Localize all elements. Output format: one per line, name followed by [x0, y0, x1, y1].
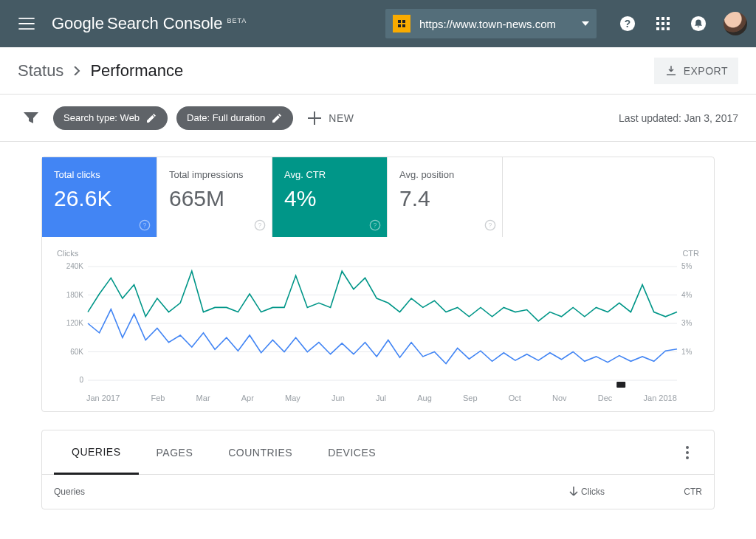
svg-point-42 — [686, 456, 689, 459]
svg-rect-12 — [667, 22, 670, 25]
chip-date-label: Date: Full duration — [187, 112, 265, 123]
filter-icon[interactable] — [18, 105, 44, 131]
property-url: https://www.town-news.com — [419, 18, 573, 30]
logo-product: Search Console — [107, 14, 223, 33]
add-filter-button[interactable]: NEW — [308, 111, 354, 125]
help-icon[interactable]: ? — [484, 219, 496, 231]
svg-text:0: 0 — [79, 376, 83, 384]
svg-text:?: ? — [489, 222, 492, 229]
svg-rect-3 — [398, 24, 401, 27]
breadcrumb-bar: Status Performance EXPORT — [0, 47, 756, 95]
chart-x-tick: Apr — [241, 394, 254, 402]
chart-x-tick: Mar — [196, 394, 210, 402]
tab-devices[interactable]: DEVICES — [310, 430, 394, 474]
logo-google: Google — [52, 14, 104, 33]
metric-value: 665M — [169, 186, 260, 211]
chart-x-tick: Sep — [463, 394, 478, 402]
metric-label: Total clicks — [54, 169, 145, 180]
top-app-bar: Google Search Console BETA https://www.t… — [0, 0, 756, 47]
edit-icon — [145, 112, 157, 124]
metric-value: 7.4 — [399, 186, 490, 211]
download-icon — [664, 64, 678, 78]
notifications-icon[interactable] — [684, 9, 713, 38]
column-queries[interactable]: Queries — [54, 487, 569, 497]
chevron-right-icon — [72, 66, 81, 75]
chart-x-tick: Oct — [509, 394, 521, 402]
tabs: QUERIES PAGES COUNTRIES DEVICES — [42, 430, 714, 475]
edit-icon — [271, 112, 283, 124]
help-icon[interactable]: ? — [254, 219, 266, 231]
more-icon[interactable] — [673, 446, 702, 459]
svg-text:?: ? — [258, 222, 262, 229]
chip-search-type[interactable]: Search type: Web — [53, 106, 168, 130]
chart-x-tick: Dec — [598, 394, 613, 402]
chart-x-tick: Jun — [331, 394, 345, 402]
svg-text:4%: 4% — [681, 291, 693, 299]
metric-total-impressions[interactable]: Total impressions 665M ? — [157, 157, 272, 237]
last-updated: Last updated: Jan 3, 2017 — [619, 112, 738, 124]
chart-x-tick: May — [285, 394, 300, 402]
tab-countries[interactable]: COUNTRIES — [210, 430, 310, 474]
svg-rect-2 — [402, 20, 405, 23]
chart-right-axis-label: CTR — [682, 249, 699, 258]
chart-x-tick: Jan 2018 — [644, 394, 677, 402]
svg-rect-10 — [656, 22, 659, 25]
page-title: Performance — [90, 61, 183, 80]
svg-rect-11 — [662, 22, 664, 25]
svg-rect-39 — [616, 382, 625, 388]
avatar[interactable] — [724, 12, 747, 35]
help-icon[interactable]: ? — [613, 9, 642, 38]
chart-area: Clicks CTR 240K5%180K4%120K3%60K1%0 Jan … — [42, 237, 714, 411]
metric-total-clicks[interactable]: Total clicks 26.6K ? — [42, 157, 157, 237]
svg-text:3%: 3% — [681, 319, 693, 327]
chart-x-tick: Jan 2017 — [86, 394, 120, 402]
dimensions-card: QUERIES PAGES COUNTRIES DEVICES Queries … — [41, 430, 715, 509]
help-icon[interactable]: ? — [139, 219, 151, 231]
svg-point-41 — [686, 451, 689, 454]
column-clicks-label: Clicks — [581, 487, 605, 497]
menu-icon[interactable] — [9, 6, 44, 41]
property-selector[interactable]: https://www.town-news.com — [385, 9, 597, 38]
chart-x-tick: Jul — [376, 394, 386, 402]
performance-chart: 240K5%180K4%120K3%60K1%0 — [57, 262, 699, 388]
help-icon[interactable]: ? — [369, 219, 381, 231]
logo-beta: BETA — [227, 17, 247, 24]
svg-text:120K: 120K — [66, 319, 84, 327]
filter-bar: Search type: Web Date: Full duration NEW… — [0, 95, 756, 142]
svg-text:60K: 60K — [70, 348, 83, 356]
svg-point-40 — [686, 446, 689, 449]
export-button[interactable]: EXPORT — [654, 58, 738, 84]
chevron-down-icon — [582, 21, 589, 26]
svg-text:?: ? — [143, 222, 147, 229]
chart-x-tick: Nov — [552, 394, 567, 402]
metric-label: Avg. position — [399, 169, 490, 180]
svg-text:180K: 180K — [66, 291, 84, 299]
tab-queries[interactable]: QUERIES — [54, 431, 139, 475]
svg-rect-13 — [656, 27, 659, 30]
chart-x-tick: Aug — [417, 394, 432, 402]
metric-avg-position[interactable]: Avg. position 7.4 ? — [388, 157, 503, 237]
svg-text:240K: 240K — [66, 262, 84, 270]
tab-pages[interactable]: PAGES — [139, 430, 211, 474]
content: Total clicks 26.6K ? Total impressions 6… — [0, 142, 756, 509]
svg-rect-1 — [398, 20, 401, 23]
breadcrumb-status[interactable]: Status — [18, 61, 63, 80]
top-icons: ? — [613, 9, 747, 38]
svg-rect-14 — [662, 27, 664, 30]
metric-avg-ctr[interactable]: Avg. CTR 4% ? — [272, 157, 388, 237]
performance-card: Total clicks 26.6K ? Total impressions 6… — [41, 157, 715, 412]
svg-rect-7 — [656, 17, 659, 20]
column-clicks[interactable]: Clicks — [569, 487, 658, 497]
svg-text:?: ? — [374, 222, 377, 229]
column-ctr[interactable]: CTR — [658, 487, 702, 497]
new-label: NEW — [329, 112, 354, 124]
svg-rect-15 — [667, 27, 670, 30]
plus-icon — [308, 111, 321, 125]
svg-rect-4 — [402, 24, 405, 27]
apps-icon[interactable] — [648, 9, 678, 38]
svg-rect-9 — [667, 17, 670, 20]
metric-label: Avg. CTR — [284, 169, 375, 180]
chip-date[interactable]: Date: Full duration — [176, 106, 293, 130]
metric-value: 26.6K — [54, 186, 145, 211]
chip-search-type-label: Search type: Web — [63, 112, 140, 123]
